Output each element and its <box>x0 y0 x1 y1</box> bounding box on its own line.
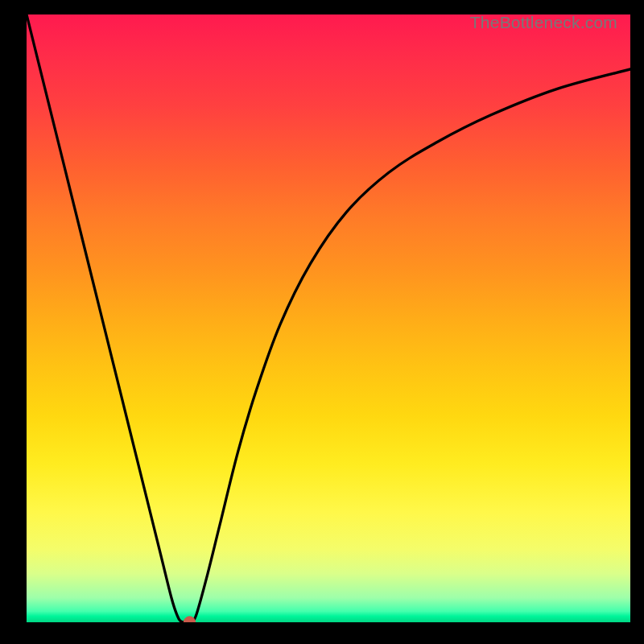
optimum-marker <box>184 617 195 622</box>
chart-frame: TheBottleneck.com <box>0 0 644 644</box>
bottleneck-curve <box>27 14 630 622</box>
curve-layer <box>27 14 630 622</box>
plot-area: TheBottleneck.com <box>27 14 630 622</box>
